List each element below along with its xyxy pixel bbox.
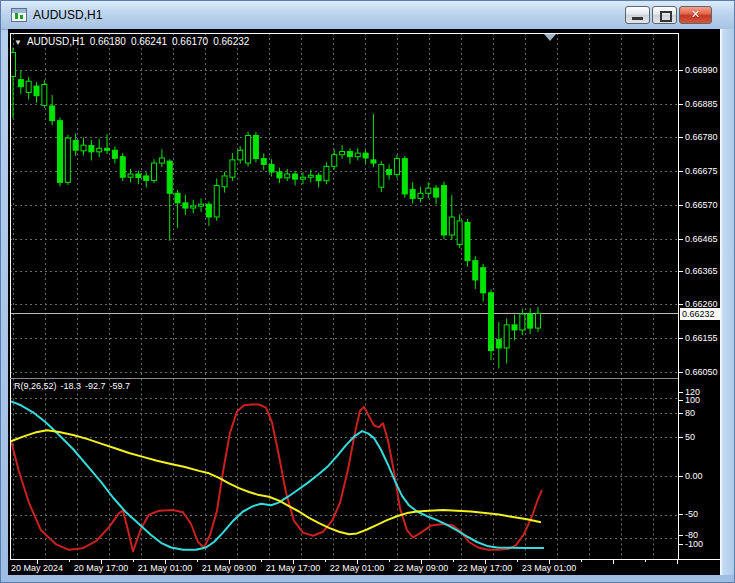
time-axis-label: 22 May 17:00 <box>458 563 513 573</box>
price-axis-label: 0.66885 <box>685 99 718 109</box>
time-axis-label: 23 May 01:00 <box>522 563 577 573</box>
indicator-axis-label: -100 <box>685 539 703 549</box>
time-axis-label: 21 May 09:00 <box>202 563 257 573</box>
indicator-name: R(9,26,52) <box>14 381 57 391</box>
time-axis-label: 21 May 01:00 <box>138 563 193 573</box>
price-axis-label: 0.66050 <box>685 367 718 377</box>
indicator-value-1: -18.3 <box>61 381 82 391</box>
price-axis-label: 0.66465 <box>685 234 718 244</box>
indicator-axis-label: 50 <box>685 432 695 442</box>
time-axis-label: 20 May 2024 <box>11 563 63 573</box>
cyan-line <box>11 401 544 549</box>
indicator-value-2: -92.7 <box>85 381 106 391</box>
info-low: 0.66170 <box>172 36 208 47</box>
chart-plot[interactable] <box>1 1 735 583</box>
price-axis-label: 0.66365 <box>685 266 718 276</box>
indicator-axis-label: -50 <box>685 509 698 519</box>
info-symbol: AUDUSD,H1 <box>27 36 85 47</box>
chart-window: AUDUSD,H1 ✕ ▼AUDUSD,H10.661800.662410.66… <box>0 0 735 583</box>
time-axis-label: 21 May 17:00 <box>266 563 321 573</box>
current-price-tag: 0.66232 <box>680 308 720 320</box>
info-open: 0.66180 <box>90 36 126 47</box>
price-axis-label: 0.66570 <box>685 200 718 210</box>
time-axis-label: 22 May 09:00 <box>394 563 449 573</box>
red-line <box>11 405 542 552</box>
collapse-arrow-icon[interactable]: ▼ <box>14 38 22 47</box>
price-axis-label: 0.66780 <box>685 132 718 142</box>
price-axis-label: 0.66990 <box>685 65 718 75</box>
indicator-axis-label: 100 <box>685 395 700 405</box>
time-axis-label: 20 May 17:00 <box>74 563 129 573</box>
indicator-info: R(9,26,52)-18.3-92.7-59.7 <box>14 381 134 391</box>
price-axis-label: 0.66155 <box>685 333 718 343</box>
time-axis-label: 22 May 01:00 <box>330 563 385 573</box>
indicator-axis-label: 80 <box>685 408 695 418</box>
chart-shift-marker-icon <box>544 34 556 41</box>
ohlc-info: ▼AUDUSD,H10.661800.662410.661700.66232 <box>14 36 254 47</box>
price-axis-label: 0.66675 <box>685 166 718 176</box>
info-close: 0.66232 <box>213 36 249 47</box>
indicator-value-3: -59.7 <box>110 381 131 391</box>
indicator-axis-label: 0.00 <box>685 471 703 481</box>
info-high: 0.66241 <box>131 36 167 47</box>
